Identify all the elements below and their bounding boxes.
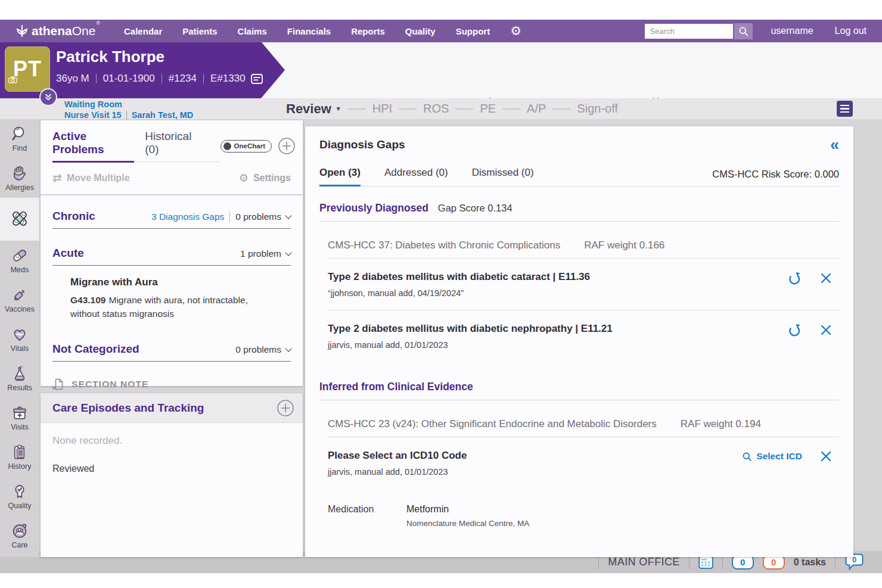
diagnosis-gaps-link[interactable]: 3 Diagnosis Gaps <box>151 211 224 222</box>
location-status-link[interactable]: Waiting Room <box>64 99 122 109</box>
care-episodes-empty-text: None recorded. <box>52 435 291 447</box>
add-care-episode-button[interactable] <box>277 399 294 417</box>
readdress-icon[interactable] <box>787 270 802 286</box>
appointment-type-link[interactable]: Nurse Visit 15 <box>64 110 122 120</box>
collapse-panel-icon[interactable]: « <box>830 138 839 151</box>
onechart-toggle[interactable]: OneChart <box>220 140 272 153</box>
sidebar-item-results[interactable]: Results <box>0 359 39 398</box>
divider <box>162 74 162 83</box>
gap-diagnosis-title: Type 2 diabetes mellitus with diabetic c… <box>328 271 756 283</box>
registered-mark: ® <box>96 20 100 26</box>
sidebar-item-quality[interactable]: Quality <box>0 477 39 516</box>
tab-review[interactable]: Review▼ <box>286 101 341 117</box>
athena-logo[interactable]: athenaOne® <box>15 24 100 38</box>
nav-support[interactable]: Support <box>456 26 490 36</box>
select-icd-prompt: Please Select an ICD10 Code <box>328 450 756 462</box>
chevron-down-icon <box>285 249 291 256</box>
stage-connector <box>455 108 473 110</box>
nav-patients[interactable]: Patients <box>182 26 217 36</box>
acute-count: 1 problem <box>240 248 281 259</box>
readdress-icon[interactable] <box>787 322 802 338</box>
tab-hpi[interactable]: HPI <box>372 102 392 116</box>
dismiss-icon[interactable] <box>819 323 833 337</box>
top-nav: athenaOne® Calendar Patients Claims Fina… <box>0 20 882 42</box>
inferred-title: Inferred from Clinical Evidence <box>319 381 473 393</box>
care-episodes-body: None recorded. Reviewed <box>41 423 303 486</box>
search-button[interactable] <box>734 23 753 39</box>
nav-quality[interactable]: Quality <box>405 26 436 36</box>
nav-financials[interactable]: Financials <box>287 26 331 36</box>
sidebar-item-visits[interactable]: Visits <box>0 398 39 437</box>
add-problem-button[interactable] <box>278 137 296 155</box>
schedule-calendar-icon[interactable] <box>698 556 713 569</box>
tab-active-problems[interactable]: Active Problems <box>52 130 134 163</box>
move-multiple-button[interactable]: ⇄ Move Multiple <box>52 171 130 185</box>
quality-icon <box>11 483 29 500</box>
settings-gear-icon: ⚙ <box>239 172 249 185</box>
nav-right: username Log out <box>645 23 867 39</box>
nav-calendar[interactable]: Calendar <box>124 26 162 36</box>
divider <box>835 556 836 569</box>
sidebar-item-find[interactable]: Find <box>0 119 39 158</box>
department-selector[interactable]: MAIN OFFICE <box>608 556 679 568</box>
sidebar-item-vaccines[interactable]: Vaccines <box>0 280 39 319</box>
results-icon <box>11 365 29 382</box>
evidence-source: Nomenclature Medical Centre, MA <box>406 519 529 528</box>
acute-meta[interactable]: 1 problem <box>240 248 291 259</box>
sidebar-item-allergies[interactable]: Allergies <box>0 158 39 198</box>
tab-ros[interactable]: ROS <box>423 102 449 116</box>
reviewed-label[interactable]: Reviewed <box>52 463 291 474</box>
dismiss-icon[interactable] <box>819 271 833 285</box>
chronic-count[interactable]: 0 problems <box>229 211 281 222</box>
gap-diagnosis-detail: “jjohnson, manual add, 04/19/2024” <box>328 288 756 298</box>
evidence-label: Medication <box>328 504 406 528</box>
sidebar-item-meds[interactable]: Meds <box>0 241 39 280</box>
tab-addressed-gaps[interactable]: Addressed (0) <box>384 167 448 186</box>
patient-initials: PT <box>13 57 42 82</box>
raf-weight: RAF weight 0.194 <box>681 418 761 430</box>
tab-ap[interactable]: A/P <box>527 102 546 116</box>
not-categorized-count: 0 problems <box>235 344 281 355</box>
expand-banner-button[interactable] <box>39 88 57 106</box>
toggle-knob <box>223 142 231 150</box>
tab-historical-problems[interactable]: Historical (0) <box>145 130 203 163</box>
hcc-group-header: CMS-HCC 23 (v24): Other Significant Endo… <box>328 418 839 437</box>
gap-score: Gap Score 0.134 <box>438 203 513 214</box>
meds-icon <box>11 247 29 265</box>
sidebar-item-care[interactable]: Care <box>0 516 39 555</box>
encounter-summary: Nurse Visit 15 Sarah Test, MD <box>64 110 193 120</box>
not-categorized-meta[interactable]: 0 problems <box>235 344 291 355</box>
chevron-down-icon[interactable] <box>285 212 291 219</box>
search-input[interactable] <box>645 24 733 39</box>
tab-dismissed-gaps[interactable]: Dismissed (0) <box>472 167 534 186</box>
username-menu[interactable]: username <box>771 26 813 36</box>
tab-open-gaps[interactable]: Open (3) <box>319 167 361 186</box>
problems-icon <box>10 209 30 229</box>
note-icon[interactable] <box>251 74 263 84</box>
nav-reports[interactable]: Reports <box>351 26 385 36</box>
chronic-meta: 3 Diagnosis Gaps 0 problems <box>151 211 291 222</box>
sidebar-item-problems[interactable] <box>0 198 39 241</box>
problem-description: G43.109Migrane with aura, not intractabl… <box>70 293 270 321</box>
select-icd-search-icon <box>742 452 752 462</box>
stage-connector <box>348 108 366 110</box>
care-icon <box>11 522 29 540</box>
tab-signoff[interactable]: Sign-off <box>577 102 618 116</box>
provider-link[interactable]: Sarah Test, MD <box>132 110 194 120</box>
care-episodes-panel: Care Episodes and Tracking None recorded… <box>41 393 303 557</box>
gear-icon[interactable]: ⚙ <box>510 25 521 37</box>
settings-button[interactable]: ⚙ Settings <box>239 172 291 185</box>
logout-link[interactable]: Log out <box>835 26 867 36</box>
problem-item[interactable]: Migrane with Aura G43.109Migrane with au… <box>70 276 291 321</box>
sidebar-item-history[interactable]: History <box>0 437 39 477</box>
section-note-button[interactable]: SECTION NOTE <box>51 377 291 391</box>
hamburger-menu-icon[interactable] <box>837 101 853 117</box>
dismiss-icon[interactable] <box>819 449 833 463</box>
avatar[interactable]: PT <box>5 46 50 92</box>
select-icd-button[interactable]: Select ICD <box>742 451 802 462</box>
tab-pe[interactable]: PE <box>480 102 496 116</box>
sidebar-item-vitals[interactable]: Vitals <box>0 319 39 359</box>
nav-claims[interactable]: Claims <box>238 26 267 36</box>
hcc-category: CMS-HCC 23 (v24): Other Significant Endo… <box>328 418 657 430</box>
move-multiple-icon: ⇄ <box>52 171 62 185</box>
